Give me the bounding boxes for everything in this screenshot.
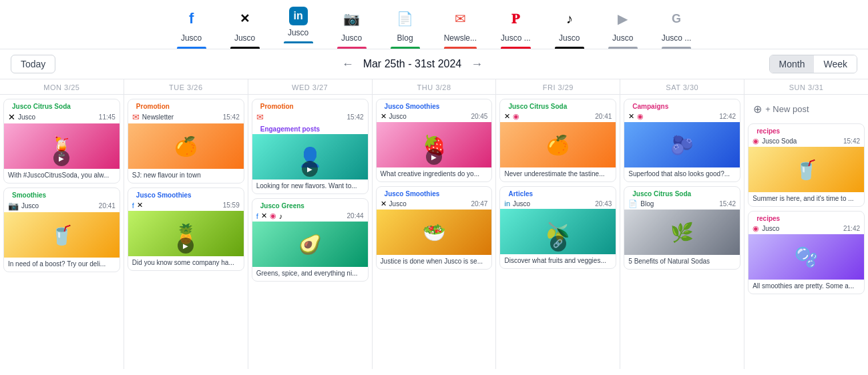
social-item-pinterest[interactable]: 𝐏 Jusco ... (489, 0, 543, 49)
new-post-label: + New post (765, 104, 809, 114)
post-tag: Smoothies (8, 191, 50, 200)
youtube-icon: ▶ (611, 7, 635, 31)
post-text: Greens, spice, and everything ni... (252, 267, 368, 281)
date-navigation: ← Mar 25th - 31st 2024 → (55, 57, 769, 71)
post-card[interactable]: Smoothies 📷 Jusco 20:41 🥤 In need of a b… (3, 188, 120, 272)
post-tag: recipes (752, 127, 784, 135)
today-button[interactable]: Today (11, 55, 55, 73)
post-card[interactable]: Campaigns ✕ ◉ 12:42 🫐 Superfood that als… (624, 99, 740, 182)
post-card[interactable]: Promotion ✉ Newsletter 15:42 🍊 SJ: new f… (128, 99, 244, 183)
newsletter-underline (444, 47, 477, 49)
social-item-google[interactable]: G Jusco ... (650, 0, 704, 49)
social-item-twitter[interactable]: ✕ Jusco (218, 0, 272, 49)
post-tag: Jusco Greens (256, 202, 308, 210)
instagram-platform-icon: ◉ (752, 137, 759, 145)
day-col-sat: SAT 3/30 Campaigns ✕ ◉ 12:42 🫐 Superfood… (620, 79, 744, 369)
post-card[interactable]: Jusco Citrus Soda ✕ Jusco 11:45 🍹 ▶ With… (3, 99, 120, 183)
twitter-platform-icon: ✕ (261, 212, 267, 220)
post-time: 15:42 (347, 113, 364, 121)
day-col-tue: TUE 3/26 Promotion ✉ Newsletter 15:42 🍊 … (124, 79, 248, 369)
social-label-pinterest: Jusco ... (501, 33, 531, 43)
day-col-mon: MON 3/25 Jusco Citrus Soda ✕ Jusco 11:45… (0, 79, 124, 369)
pinterest-underline (501, 47, 531, 49)
social-label-google: Jusco ... (662, 33, 692, 43)
post-card[interactable]: Promotion ✉ 15:42 Engagement posts 👤 ▶ L… (252, 99, 369, 194)
post-meta: 📄 Blog 15:42 (624, 200, 740, 210)
post-image-emoji: 🍊 (174, 135, 198, 157)
next-arrow[interactable]: → (471, 57, 483, 71)
post-sub-tag: Engagement posts (256, 125, 324, 133)
post-text: Justice is done when Jusco is se... (377, 255, 492, 269)
day-content-wed: Promotion ✉ 15:42 Engagement posts 👤 ▶ L… (248, 95, 372, 369)
platform-label: Jusco (18, 113, 96, 121)
post-card[interactable]: Jusco Citrus Soda 📄 Blog 15:42 🌿 5 Benef… (624, 186, 740, 270)
linkedin-icon: in (289, 7, 308, 25)
post-image: 🌿 (624, 210, 740, 255)
twitter-platform-icon: ✕ (381, 112, 387, 121)
post-image-emoji: 🍊 (546, 134, 570, 156)
social-item-facebook[interactable]: f Jusco (165, 0, 218, 49)
social-item-linkedin[interactable]: in Jusco (272, 0, 325, 49)
social-label-linkedin: Jusco (288, 28, 308, 37)
date-range-label: Mar 25th - 31st 2024 (363, 58, 462, 70)
video-play-icon: ▶ (178, 238, 194, 254)
twitter-icon: ✕ (233, 7, 257, 31)
day-col-fri: FRI 3/29 Jusco Citrus Soda ✕ ◉ 20:41 🍊 N… (496, 79, 620, 369)
week-view-button[interactable]: Week (814, 55, 857, 73)
pinterest-icon: 𝐏 (503, 7, 527, 31)
instagram-platform-icon: ◉ (752, 224, 759, 233)
day-content-tue: Promotion ✉ Newsletter 15:42 🍊 SJ: new f… (124, 95, 248, 369)
post-tag: recipes (752, 214, 784, 223)
social-item-instagram[interactable]: 📷 Jusco (325, 0, 379, 49)
twitter-platform-icon: ✕ (628, 112, 634, 121)
post-image-emoji: 🥤 (50, 224, 73, 246)
platform-label: Blog (640, 200, 716, 208)
social-label-youtube: Jusco (612, 33, 633, 43)
post-meta: f ✕ 15:59 (128, 201, 244, 211)
plus-circle-icon: ⊕ (753, 103, 762, 115)
post-text: Summer is here, and it's time to ... (748, 192, 864, 206)
post-text: Never underestimate the tastine... (500, 167, 616, 181)
post-card-header: Smoothies (4, 188, 120, 201)
post-card[interactable]: recipes ◉ Jusco 21:42 🫧 All smoothies ar… (748, 211, 865, 294)
prev-arrow[interactable]: ← (342, 57, 354, 71)
instagram-underline (337, 47, 367, 49)
post-image: 🍓 ▶ (377, 122, 492, 167)
post-card[interactable]: Jusco Citrus Soda ✕ ◉ 20:41 🍊 Never unde… (499, 99, 616, 182)
newsletter-icon: ✉ (448, 7, 472, 31)
twitter-underline (230, 47, 260, 49)
post-time: 15:42 (223, 113, 240, 121)
post-card[interactable]: Jusco Greens f ✕ ◉ ♪ 20:44 🥑 Greens, spi… (252, 198, 369, 282)
social-item-youtube[interactable]: ▶ Jusco (596, 0, 650, 49)
email-platform-icon: ✉ (256, 112, 264, 122)
video-play-icon: ▶ (53, 150, 69, 166)
platform-label: Jusco (389, 113, 469, 120)
post-card[interactable]: Jusco Smoothies ✕ Jusco 20:45 🍓 ▶ What c… (376, 99, 493, 182)
post-card[interactable]: Articles in Jusco 20:43 🫒 🔗 Discover wha… (499, 186, 616, 269)
post-card-header: Jusco Citrus Soda (500, 99, 616, 112)
day-col-wed: WED 3/27 Promotion ✉ 15:42 Engagement po… (248, 79, 373, 369)
instagram-platform-icon: ◉ (637, 112, 644, 121)
facebook-platform-icon: f (256, 212, 258, 220)
post-image: 🍊 (128, 123, 244, 169)
social-item-blog[interactable]: 📄 Blog (379, 0, 432, 49)
post-image: 🥤 (4, 212, 120, 258)
post-card[interactable]: recipes ◉ Jusco Soda 15:42 🥤 Summer is h… (748, 123, 865, 207)
post-meta: ✉ Newsletter 15:42 (128, 112, 244, 123)
instagram-platform-icon: 📷 (8, 201, 19, 211)
post-card-header: Campaigns (624, 99, 740, 112)
facebook-platform-icon: f (132, 202, 134, 210)
post-card-header: Jusco Smoothies (128, 188, 244, 201)
social-item-newsletter[interactable]: ✉ Newsle... (432, 0, 489, 49)
post-card[interactable]: Jusco Smoothies f ✕ 15:59 🍍 ▶ Did you kn… (128, 188, 244, 271)
day-content-mon: Jusco Citrus Soda ✕ Jusco 11:45 🍹 ▶ With… (0, 95, 124, 369)
platform-label: Newsletter (142, 113, 220, 121)
post-card[interactable]: Jusco Smoothies ✕ Jusco 20:47 🥗 Justice … (376, 186, 493, 270)
month-view-button[interactable]: Month (770, 55, 815, 73)
post-image-emoji: 🫐 (670, 134, 694, 156)
social-item-tiktok[interactable]: ♪ Jusco (543, 0, 596, 49)
post-image: 🫐 (624, 122, 740, 167)
post-card-header: Jusco Citrus Soda (624, 187, 740, 200)
new-post-button[interactable]: ⊕ + New post (748, 99, 865, 119)
post-card-header: recipes (748, 124, 864, 137)
